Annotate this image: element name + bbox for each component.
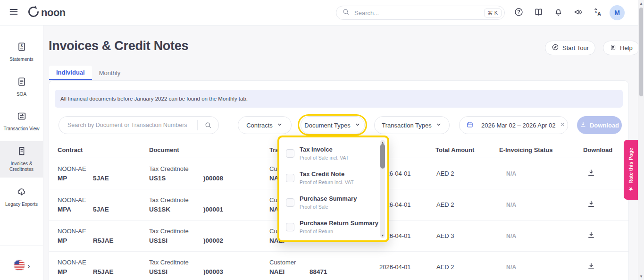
amount-cell: AED 2 xyxy=(435,263,499,271)
chevron-right-icon: › xyxy=(27,263,30,270)
page-scrollbar-thumb[interactable] xyxy=(639,8,643,96)
scroll-up-arrow[interactable]: ▲ xyxy=(638,1,644,6)
info-banner-text: All financial documents before January 2… xyxy=(60,96,248,102)
announcements-button[interactable] xyxy=(570,5,586,21)
sidebar-item-label: Statements xyxy=(9,57,33,63)
dropdown-option-tax-invoice[interactable]: Tax Invoice Proof of Sale incl. VAT xyxy=(279,141,387,166)
option-description: Proof of Return incl. VAT xyxy=(300,179,354,185)
transaction-cell: Customer NAEI88471 xyxy=(269,259,378,275)
download-button[interactable]: Download xyxy=(577,116,622,134)
download-icon xyxy=(587,233,595,241)
notifications-button[interactable] xyxy=(550,5,566,21)
document-line2b: )00008 xyxy=(203,175,223,182)
option-label: Purchase Summary xyxy=(300,195,357,203)
document-line2a: US1SK xyxy=(149,206,203,213)
hamburger-icon xyxy=(8,7,19,19)
transaction-types-label: Transaction Types xyxy=(382,122,432,129)
transaction-line1: Customer xyxy=(269,259,378,266)
dropdown-scrollbar-thumb[interactable] xyxy=(380,144,385,169)
download-icon xyxy=(580,121,586,129)
checkbox[interactable] xyxy=(286,149,294,158)
dropdown-scrollbar[interactable]: ▲ ▼ xyxy=(380,140,385,238)
global-search[interactable]: ⌘ K xyxy=(336,6,505,20)
page-scrollbar[interactable]: ▲ ▼ xyxy=(638,0,644,280)
language-flag-button[interactable]: › xyxy=(0,259,43,273)
document-line1: Tax Creditnote xyxy=(149,228,269,235)
search-submit-button[interactable] xyxy=(198,117,218,134)
scroll-down-arrow[interactable]: ▼ xyxy=(380,233,385,238)
svg-text:A: A xyxy=(597,10,601,16)
checkbox[interactable] xyxy=(286,198,294,207)
contracts-filter[interactable]: Contracts xyxy=(238,116,292,134)
contract-line2b: R5JAE xyxy=(93,268,114,275)
row-download-button[interactable] xyxy=(583,169,629,179)
avatar[interactable]: M xyxy=(610,5,625,20)
scroll-down-arrow[interactable]: ▼ xyxy=(638,274,644,279)
start-tour-button[interactable]: Start Tour xyxy=(545,41,595,55)
document-line2a: US1SI xyxy=(149,268,203,275)
checkbox[interactable] xyxy=(286,223,294,231)
download-icon xyxy=(587,264,595,272)
dropdown-option-purchase-return-summary[interactable]: Purchase Return Summary Proof of Return xyxy=(279,215,387,239)
row-download-button[interactable] xyxy=(583,200,629,210)
option-label: Tax Credit Note xyxy=(300,171,354,178)
amount-cell: AED 2 xyxy=(435,170,499,177)
soa-document-icon xyxy=(17,76,27,89)
global-search-input[interactable] xyxy=(353,9,480,17)
star-icon: ★ xyxy=(628,187,634,192)
help-page-button[interactable]: Help xyxy=(603,41,639,55)
help-button[interactable] xyxy=(510,5,527,21)
translate-icon: xA xyxy=(593,7,603,19)
translate-button[interactable]: xA xyxy=(590,5,606,21)
option-description: Proof of Sale incl. VAT xyxy=(300,155,349,161)
option-description: Proof of Sale xyxy=(300,204,357,210)
document-line2a: US1S xyxy=(149,175,203,182)
sidebar-item-transaction-view[interactable]: Transaction View xyxy=(0,106,43,137)
option-label: Tax Invoice xyxy=(300,146,349,153)
topbar: noon ⌘ K xyxy=(0,0,644,25)
sidebar-item-label: Transaction View xyxy=(3,126,39,132)
row-download-button[interactable] xyxy=(583,231,629,241)
sidebar-item-invoices-creditnotes[interactable]: Invoices & Creditnotes xyxy=(0,141,43,178)
rate-page-tab[interactable]: ★ Rate this Page xyxy=(624,140,638,200)
row-download-button[interactable] xyxy=(583,262,629,272)
sidebar: $ Statements SOA Transaction View Invoic… xyxy=(0,25,43,280)
tabs: Individual Monthly xyxy=(49,66,127,80)
search-icon xyxy=(342,8,350,17)
document-types-filter[interactable]: Document Types xyxy=(301,116,365,134)
sidebar-item-statements[interactable]: $ Statements xyxy=(0,37,43,68)
document-line1: Tax Creditnote xyxy=(149,259,269,266)
sidebar-item-legacy-exports[interactable]: Legacy Exports xyxy=(0,182,43,212)
contract-line2a: MP xyxy=(58,175,93,182)
clear-date-icon[interactable] xyxy=(560,121,566,129)
page-title: Invoices & Credit Notes xyxy=(49,39,188,53)
contract-line1: NOON-AE xyxy=(58,228,149,235)
document-cell: Tax Creditnote US1SI)00003 xyxy=(149,259,269,275)
start-tour-label: Start Tour xyxy=(562,44,589,51)
document-search-input[interactable] xyxy=(67,121,197,129)
date-range-filter[interactable]: 2026 Mar 02 – 2026 Apr 02 xyxy=(459,116,568,134)
menu-button[interactable] xyxy=(8,7,20,19)
checkbox[interactable] xyxy=(286,174,294,182)
noon-logo: noon xyxy=(27,6,66,20)
contract-line2a: MP xyxy=(58,237,93,244)
contract-cell: NOON-AE MPR5JAE xyxy=(58,259,149,275)
sidebar-item-soa[interactable]: SOA xyxy=(0,72,43,102)
guide-button[interactable] xyxy=(530,5,546,21)
contract-line1: NOON-AE xyxy=(58,196,149,204)
chevron-down-icon xyxy=(276,121,283,129)
document-line2b: )00003 xyxy=(203,268,223,275)
contract-line1: NOON-AE xyxy=(58,165,149,172)
download-icon xyxy=(587,170,595,178)
megaphone-icon xyxy=(573,7,583,19)
tab-monthly[interactable]: Monthly xyxy=(92,66,128,80)
amount-cell: AED 2 xyxy=(435,201,499,208)
contract-cell: NOON-AE MPA5JAE xyxy=(58,196,149,213)
contracts-label: Contracts xyxy=(246,122,273,129)
tab-individual[interactable]: Individual xyxy=(49,66,92,80)
transaction-types-filter[interactable]: Transaction Types xyxy=(374,116,450,134)
filter-bar: Contracts Document Types Transaction Typ… xyxy=(59,116,628,134)
dropdown-option-purchase-summary[interactable]: Purchase Summary Proof of Sale xyxy=(279,190,387,215)
dropdown-option-tax-credit-note[interactable]: Tax Credit Note Proof of Return incl. VA… xyxy=(279,166,387,190)
search-shortcut-badge: ⌘ K xyxy=(484,8,502,17)
